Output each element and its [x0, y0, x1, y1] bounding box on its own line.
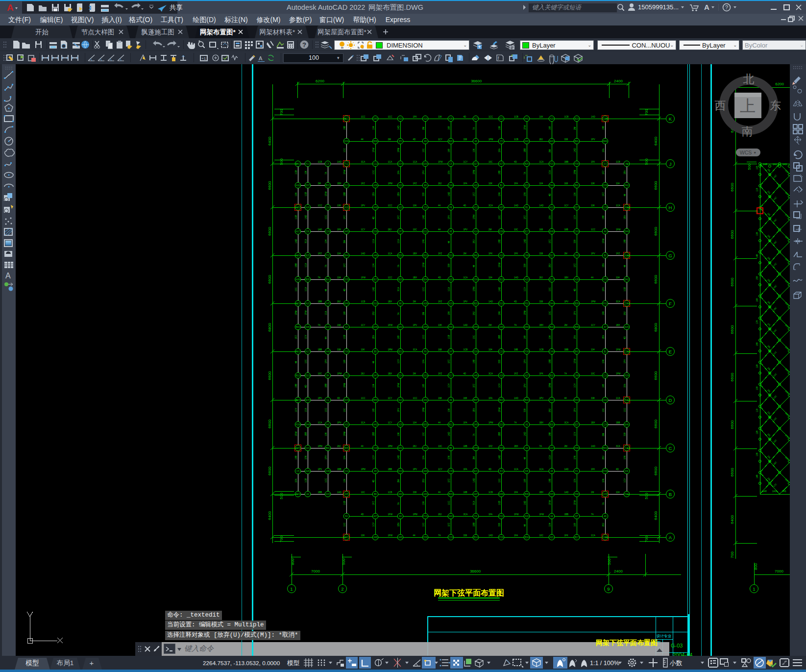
svg-text:338: 338 [413, 491, 417, 494]
svg-text:A17: A17 [474, 118, 478, 120]
svg-text:1PM: 1PM [488, 138, 493, 141]
svg-text:1PV: 1PV [337, 422, 342, 424]
svg-text:A35: A35 [499, 326, 504, 328]
svg-text:C8: C8 [424, 206, 427, 209]
svg-text:1CC: 1CC [413, 397, 418, 399]
svg-text:A6: A6 [474, 140, 477, 143]
svg-text:C13: C13 [603, 374, 608, 377]
svg-text:7A: 7A [438, 534, 441, 537]
svg-text:A7: A7 [604, 326, 607, 328]
svg-text:10K: 10K [448, 408, 450, 412]
svg-text:B32: B32 [550, 374, 554, 377]
svg-text:1CY: 1CY [524, 287, 526, 292]
svg-text:1AD: 1AD [448, 431, 450, 436]
svg-text:A2: A2 [345, 326, 348, 328]
svg-text:10K: 10K [361, 348, 366, 351]
svg-text:1FK: 1FK [413, 116, 417, 118]
svg-text:1BX: 1BX [602, 263, 605, 268]
svg-text:1PV: 1PV [591, 252, 596, 255]
svg-text:C5: C5 [500, 140, 503, 143]
svg-text:104: 104 [372, 384, 375, 388]
svg-text:3CA: 3CA [464, 513, 468, 516]
svg-text:1FZ: 1FZ [372, 501, 375, 505]
svg-text:B34: B34 [525, 536, 529, 539]
svg-text:1FZ: 1FZ [602, 171, 605, 174]
svg-text:10C: 10C [773, 328, 778, 333]
svg-text:4D: 4D [514, 161, 517, 163]
svg-text:1BB: 1BB [616, 422, 620, 424]
svg-text:44: 44 [591, 276, 594, 279]
svg-text:6600: 6600 [730, 325, 734, 334]
svg-text:设计专业: 设计专业 [657, 634, 672, 638]
svg-text:1CA: 1CA [616, 204, 621, 207]
svg-text:1FW: 1FW [549, 500, 551, 505]
svg-text:17C: 17C [773, 262, 778, 267]
svg-text:A4: A4 [399, 515, 402, 518]
svg-text:2400: 2400 [614, 79, 623, 83]
svg-text:1CC: 1CC [325, 407, 327, 412]
svg-text:3CA: 3CA [616, 445, 621, 448]
svg-text:2M: 2M [564, 324, 568, 326]
svg-text:D39: D39 [603, 184, 608, 187]
svg-text:1FK: 1FK [337, 228, 342, 231]
svg-text:18B: 18B [473, 359, 475, 363]
svg-text:D23: D23 [306, 374, 310, 377]
svg-text:B35: B35 [306, 278, 310, 281]
svg-text:D36: D36 [423, 536, 428, 539]
svg-text:10K: 10K [574, 192, 576, 196]
svg-text:1FZ: 1FZ [397, 215, 400, 219]
svg-text:6600: 6600 [654, 467, 658, 475]
svg-text:6600: 6600 [654, 227, 658, 236]
svg-text:1CC: 1CC [372, 170, 375, 174]
svg-text:18B: 18B [295, 384, 297, 388]
svg-text:1BX: 1BX [624, 215, 626, 220]
svg-text:F: F [669, 301, 672, 306]
svg-text:A45: A45 [474, 374, 478, 377]
svg-text:1AD: 1AD [524, 431, 526, 436]
svg-text:D36: D36 [474, 350, 478, 353]
svg-text:1CY: 1CY [448, 383, 450, 388]
svg-text:1CB: 1CB [305, 478, 307, 483]
svg-text:2M: 2M [574, 126, 576, 130]
svg-text:A45: A45 [326, 302, 330, 305]
svg-text:4D: 4D [438, 276, 441, 279]
svg-text:D10: D10 [373, 302, 378, 305]
svg-text:D45: D45 [474, 423, 478, 426]
svg-text:C46: C46 [550, 350, 554, 353]
svg-text:500: 500 [279, 158, 284, 165]
svg-text:1PM: 1PM [361, 468, 366, 471]
svg-text:28J: 28J [473, 312, 475, 315]
svg-text:28J: 28J [539, 276, 543, 279]
svg-text:D45: D45 [474, 326, 478, 328]
svg-text:1PM: 1PM [473, 170, 475, 174]
svg-text:A9: A9 [424, 140, 427, 143]
svg-text:D10: D10 [398, 470, 403, 473]
svg-text:500: 500 [747, 163, 752, 170]
svg-text:文件(F): 文件(F) [8, 16, 31, 24]
svg-text:7000: 7000 [311, 569, 320, 573]
svg-text:1FA: 1FA [514, 491, 518, 494]
svg-text:1AD: 1AD [524, 239, 526, 244]
svg-text:3CA: 3CA [473, 500, 475, 505]
svg-text:A9: A9 [449, 399, 452, 401]
svg-text:2M: 2M [422, 312, 425, 315]
svg-text:12C: 12C [773, 373, 778, 377]
svg-text:14C: 14C [773, 196, 778, 201]
svg-text:10C: 10C [295, 287, 297, 291]
svg-text:C1: C1 [326, 399, 329, 401]
svg-text:F38: F38 [344, 350, 348, 353]
svg-text:1CA: 1CA [514, 468, 519, 471]
svg-text:C10: C10 [326, 206, 330, 209]
svg-text:1FZ: 1FZ [438, 252, 442, 255]
svg-text:108: 108 [756, 386, 758, 390]
svg-text:6600: 6600 [268, 467, 272, 475]
svg-text:键入关键字或短语: 键入关键字或短语 [532, 4, 582, 11]
svg-text:1CA: 1CA [549, 455, 551, 460]
svg-text:1PV: 1PV [325, 455, 327, 460]
svg-text:D33: D33 [449, 254, 453, 257]
svg-text:B43: B43 [296, 326, 300, 328]
svg-text:6400: 6400 [654, 137, 658, 146]
svg-text:B1: B1 [500, 184, 503, 187]
svg-text:A10: A10 [398, 118, 403, 120]
svg-text:28J: 28J [388, 228, 391, 231]
